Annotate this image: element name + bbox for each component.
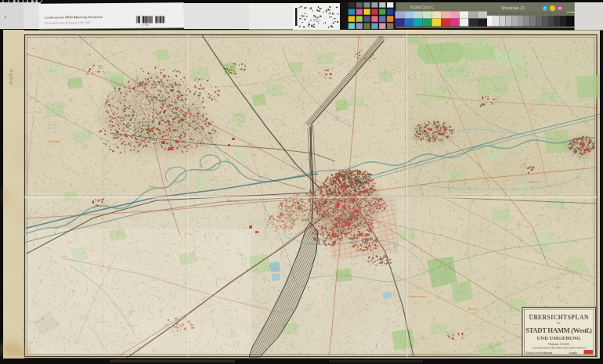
svg-text:Ausgabe: Ausgabe	[569, 351, 578, 355]
svg-text:UND UMGEBUNG: UND UMGEBUNG	[537, 335, 581, 341]
svg-text:Bockum: Bockum	[49, 139, 60, 143]
svg-text:der: der	[557, 322, 561, 325]
svg-text:Bearbeitet im Stadtbauamt: Bearbeitet im Stadtbauamt	[526, 351, 553, 355]
svg-text:Shootolab 13: Shootolab 13	[501, 5, 525, 10]
svg-text:Herringen: Herringen	[227, 199, 241, 203]
svg-text:C: C	[544, 6, 547, 10]
svg-text:Ostwennemar: Ostwennemar	[407, 294, 428, 298]
svg-text:Bestand Karten A Signatur: Bestand Karten A Signatur Nr. 129	[45, 21, 90, 25]
svg-text:Hövel: Hövel	[149, 185, 157, 189]
svg-text:Landesarchiv NRW Abteilung Wes: Landesarchiv NRW Abteilung Westfalen	[45, 15, 103, 20]
svg-text:Braam: Braam	[468, 307, 478, 311]
svg-text:Maßstab 1:25000: Maßstab 1:25000	[548, 343, 569, 346]
svg-text:ÜBERSICHTSPLAN: ÜBERSICHTSPLAN	[529, 314, 590, 321]
svg-text:STADT HAMM (Westf.): STADT HAMM (Westf.)	[525, 326, 592, 334]
svg-text:L 4 1983: L 4 1983	[141, 23, 150, 27]
svg-text:Kodak Color C: Kodak Color C	[410, 5, 435, 9]
svg-text:Kt 129 w: Kt 129 w	[9, 69, 13, 85]
svg-text:Werries: Werries	[529, 180, 540, 184]
